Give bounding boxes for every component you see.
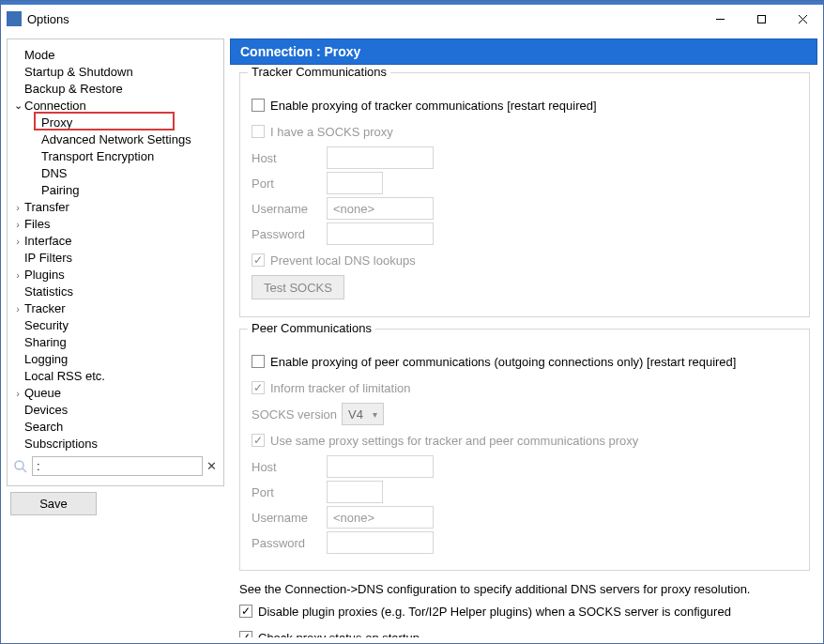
tracker-enable-label: Enable proxying of tracker communication…: [270, 99, 597, 113]
tree-item[interactable]: ›Interface: [11, 233, 218, 250]
tracker-host-label: Host: [252, 151, 327, 165]
tracker-legend: Tracker Communications: [248, 65, 390, 79]
close-button[interactable]: [782, 5, 823, 33]
tree-item-label: Pairing: [41, 183, 79, 197]
tree-item-label: Transfer: [24, 200, 69, 214]
peer-user-input: [327, 506, 434, 529]
svg-rect-1: [757, 15, 765, 23]
tree-item-label: Tracker: [24, 301, 66, 315]
tree-item-label: Plugins: [24, 268, 65, 282]
tree-item-label: Backup & Restore: [24, 82, 123, 96]
tree-item-label: IP Filters: [24, 251, 72, 265]
chevron-right-icon[interactable]: ›: [11, 303, 24, 314]
chevron-right-icon[interactable]: ›: [11, 202, 24, 213]
peer-host-label: Host: [252, 460, 327, 474]
tree-item-label: Sharing: [24, 335, 67, 349]
window-buttons: [699, 5, 823, 33]
tracker-user-input: [327, 197, 434, 220]
search-icon: [13, 459, 28, 474]
peer-pass-label: Password: [252, 536, 327, 550]
tree-item-label: Queue: [24, 386, 61, 400]
peer-inform-checkbox: [252, 381, 265, 394]
peer-port-label: Port: [252, 485, 327, 499]
tree-item[interactable]: Proxy: [11, 115, 218, 131]
chevron-down-icon[interactable]: ⌄: [11, 100, 24, 112]
options-window: Options ModeStartup & ShutdownBackup & R…: [0, 0, 824, 644]
prevent-dns-label: Prevent local DNS lookups: [270, 253, 416, 268]
tree-item[interactable]: Devices: [11, 402, 218, 419]
tracker-user-label: Username: [252, 202, 327, 216]
maximize-button[interactable]: [740, 5, 782, 33]
tree-item[interactable]: ›Transfer: [11, 199, 218, 216]
check-proxy-status-label: Check proxy status on startup: [258, 631, 420, 638]
tree-item[interactable]: Statistics: [11, 284, 218, 300]
tree-item[interactable]: Startup & Shutdown: [11, 64, 218, 81]
tree-item[interactable]: Mode: [11, 47, 218, 64]
tree-item-label: Files: [24, 217, 50, 231]
minimize-button[interactable]: [699, 5, 740, 33]
tree-item-label: Subscriptions: [24, 437, 98, 451]
peer-pass-input: [327, 531, 434, 554]
same-proxy-label: Use same proxy settings for tracker and …: [270, 434, 638, 448]
tree-item-label: Statistics: [24, 284, 73, 299]
chevron-right-icon[interactable]: ›: [11, 236, 24, 247]
tree-item[interactable]: Pairing: [11, 182, 218, 199]
app-icon: [7, 11, 22, 26]
tree-item[interactable]: Local RSS etc.: [11, 368, 218, 385]
tree-item[interactable]: Security: [11, 317, 218, 334]
section-header: Connection : Proxy: [230, 38, 817, 65]
tree-item[interactable]: Transport Encryption: [11, 148, 218, 165]
tree-item[interactable]: ›Files: [11, 216, 218, 233]
tree-item[interactable]: Logging: [11, 351, 218, 368]
tracker-enable-checkbox[interactable]: [252, 99, 265, 112]
tree-item[interactable]: IP Filters: [11, 250, 218, 267]
save-button[interactable]: Save: [10, 492, 97, 515]
sidebar-search-clear[interactable]: ✕: [205, 459, 218, 473]
have-socks-label: I have a SOCKS proxy: [270, 125, 393, 139]
socks-version-value: V4: [348, 407, 363, 422]
peer-inform-label: Inform tracker of limitation: [270, 381, 411, 395]
tree-item[interactable]: ›Plugins: [11, 267, 218, 284]
options-tree[interactable]: ModeStartup & ShutdownBackup & Restore⌄C…: [8, 45, 223, 452]
svg-line-5: [23, 468, 26, 472]
chevron-right-icon[interactable]: ›: [11, 388, 24, 399]
tree-item[interactable]: Advanced Network Settings: [11, 131, 218, 148]
options-tree-panel: ModeStartup & ShutdownBackup & Restore⌄C…: [7, 38, 224, 486]
tree-item[interactable]: ⌄Connection: [11, 98, 218, 115]
tracker-pass-label: Password: [252, 227, 327, 241]
tree-item[interactable]: Sharing: [11, 334, 218, 351]
tree-item-label: Interface: [24, 234, 72, 248]
close-icon: [798, 14, 808, 24]
tree-item-label: Mode: [24, 48, 55, 62]
chevron-down-icon: ▾: [373, 409, 377, 420]
tree-item[interactable]: Subscriptions: [11, 436, 218, 452]
tree-item[interactable]: Search: [11, 419, 218, 436]
have-socks-checkbox: [252, 125, 265, 138]
tree-item-label: Devices: [24, 403, 68, 417]
disable-plugin-proxies-checkbox[interactable]: [239, 605, 252, 618]
sidebar-search-input[interactable]: [32, 456, 203, 476]
sidebar-search-row: ✕: [8, 452, 223, 480]
tree-item[interactable]: Backup & Restore: [11, 81, 218, 98]
tracker-host-input: [327, 146, 434, 169]
socks-version-label: SOCKS version: [252, 407, 342, 422]
peer-port-input: [327, 481, 383, 503]
content-panel: Connection : Proxy Tracker Communication…: [230, 38, 817, 637]
tracker-port-input: [327, 172, 383, 194]
peer-user-label: Username: [252, 511, 327, 525]
socks-version-select: V4 ▾: [342, 403, 384, 425]
check-proxy-status-checkbox[interactable]: [239, 631, 252, 637]
tree-item-label: DNS: [41, 166, 67, 180]
minimize-icon: [715, 14, 725, 24]
chevron-right-icon[interactable]: ›: [11, 269, 24, 281]
tree-item[interactable]: DNS: [11, 165, 218, 182]
tree-item[interactable]: ›Queue: [11, 385, 218, 402]
tree-item[interactable]: ›Tracker: [11, 300, 218, 317]
peer-enable-checkbox[interactable]: [252, 355, 265, 368]
chevron-right-icon[interactable]: ›: [11, 219, 24, 230]
tree-item-label: Connection: [24, 99, 86, 113]
tracker-pass-input: [327, 222, 434, 245]
tree-item-label: Local RSS etc.: [24, 369, 105, 383]
peer-legend: Peer Communications: [248, 321, 375, 335]
tree-item-label: Proxy: [41, 115, 72, 130]
